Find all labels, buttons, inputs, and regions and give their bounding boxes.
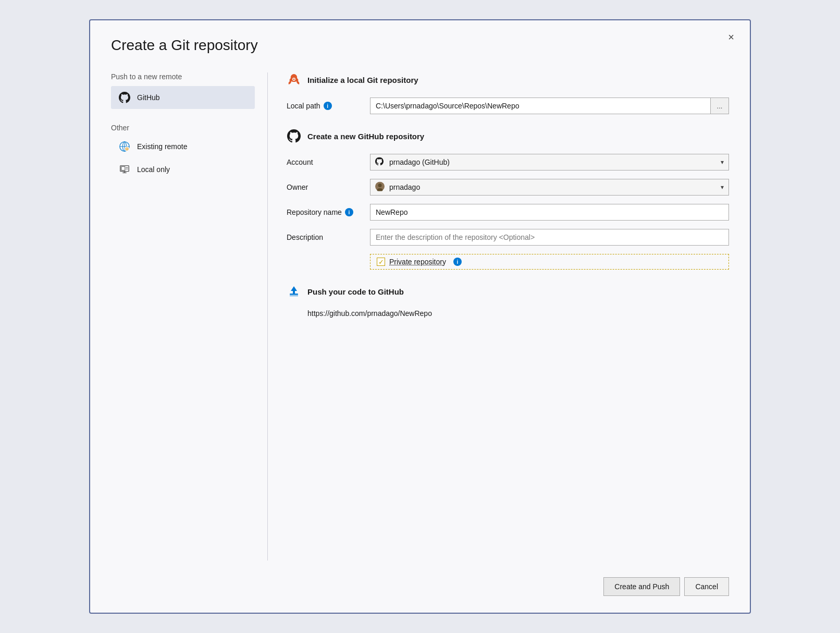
close-button[interactable]: × <box>723 29 739 45</box>
repo-name-input[interactable] <box>370 204 729 221</box>
github-repo-section: Create a new GitHub repository Account <box>287 129 729 270</box>
local-path-label: Local path i <box>287 102 370 110</box>
account-group: Account prnadago (GitHub) ▾ <box>287 154 729 171</box>
github-icon <box>118 91 131 104</box>
local-only-label: Local only <box>137 165 170 174</box>
owner-select-container: prnadago ▾ <box>370 179 729 196</box>
repo-name-info-icon[interactable]: i <box>345 208 353 216</box>
svg-line-11 <box>128 150 128 150</box>
main-content: Initialize a local Git repository Local … <box>268 72 729 561</box>
description-group: Description <box>287 229 729 246</box>
content-area: Push to a new remote GitHub Other <box>111 72 729 561</box>
svg-marker-27 <box>291 286 297 295</box>
existing-remote-icon <box>118 140 131 153</box>
push-url: https://github.com/prnadago/NewRepo <box>307 309 729 318</box>
repo-name-label: Repository name i <box>287 208 370 216</box>
local-path-info-icon[interactable]: i <box>324 102 332 110</box>
svg-point-22 <box>293 79 295 80</box>
push-section-header: Push your code to GitHub <box>287 284 729 299</box>
private-repo-checkbox[interactable]: ✓ <box>377 258 385 266</box>
github-repo-section-title: Create a new GitHub repository <box>307 132 424 141</box>
svg-line-10 <box>126 148 126 148</box>
github-label: GitHub <box>137 93 160 102</box>
browse-button[interactable]: ... <box>710 98 729 114</box>
description-label: Description <box>287 233 370 241</box>
cancel-button[interactable]: Cancel <box>684 577 729 596</box>
init-section-header: Initialize a local Git repository <box>287 72 729 87</box>
sidebar-item-existing-remote[interactable]: Existing remote <box>111 135 255 158</box>
local-path-input-wrapper: ... <box>370 98 729 114</box>
account-label: Account <box>287 158 370 166</box>
sidebar: Push to a new remote GitHub Other <box>111 72 267 561</box>
local-only-icon <box>118 163 131 176</box>
existing-remote-label: Existing remote <box>137 142 187 151</box>
private-repo-row: ✓ Private repository i <box>370 254 729 270</box>
private-repo-info-icon[interactable]: i <box>453 258 462 266</box>
push-section: Push your code to GitHub https://github.… <box>287 284 729 318</box>
svg-rect-28 <box>290 295 298 297</box>
init-section: Initialize a local Git repository Local … <box>287 72 729 114</box>
description-input[interactable] <box>370 229 729 246</box>
local-path-group: Local path i ... <box>287 98 729 114</box>
create-git-repo-dialog: × Create a Git repository Push to a new … <box>89 19 751 614</box>
other-section: Other <box>111 124 255 181</box>
push-section-title: Push your code to GitHub <box>307 287 404 296</box>
svg-rect-15 <box>121 167 125 171</box>
push-icon <box>287 284 301 299</box>
github-section-icon <box>287 129 301 143</box>
owner-group: Owner prnadago ▾ <box>287 179 729 196</box>
dialog-footer: Create and Push Cancel <box>111 561 729 596</box>
account-select[interactable]: prnadago (GitHub) <box>370 154 729 171</box>
other-title: Other <box>111 124 255 132</box>
push-to-new-remote-title: Push to a new remote <box>111 72 255 81</box>
init-section-title: Initialize a local Git repository <box>307 76 418 84</box>
owner-select[interactable]: prnadago <box>370 179 729 196</box>
github-repo-section-header: Create a new GitHub repository <box>287 129 729 143</box>
dialog-title: Create a Git repository <box>111 37 729 54</box>
repo-name-group: Repository name i <box>287 204 729 221</box>
init-section-icon <box>287 72 301 87</box>
private-repo-box: ✓ Private repository i <box>370 254 729 270</box>
private-repo-label: Private repository <box>389 258 446 266</box>
checkbox-checkmark: ✓ <box>378 259 384 265</box>
svg-line-12 <box>126 150 126 150</box>
create-and-push-button[interactable]: Create and Push <box>603 577 680 596</box>
account-select-container: prnadago (GitHub) ▾ <box>370 154 729 171</box>
local-path-input[interactable] <box>370 98 710 114</box>
owner-label: Owner <box>287 183 370 191</box>
svg-line-13 <box>128 148 128 148</box>
sidebar-item-local-only[interactable]: Local only <box>111 158 255 181</box>
sidebar-item-github[interactable]: GitHub <box>111 86 255 109</box>
